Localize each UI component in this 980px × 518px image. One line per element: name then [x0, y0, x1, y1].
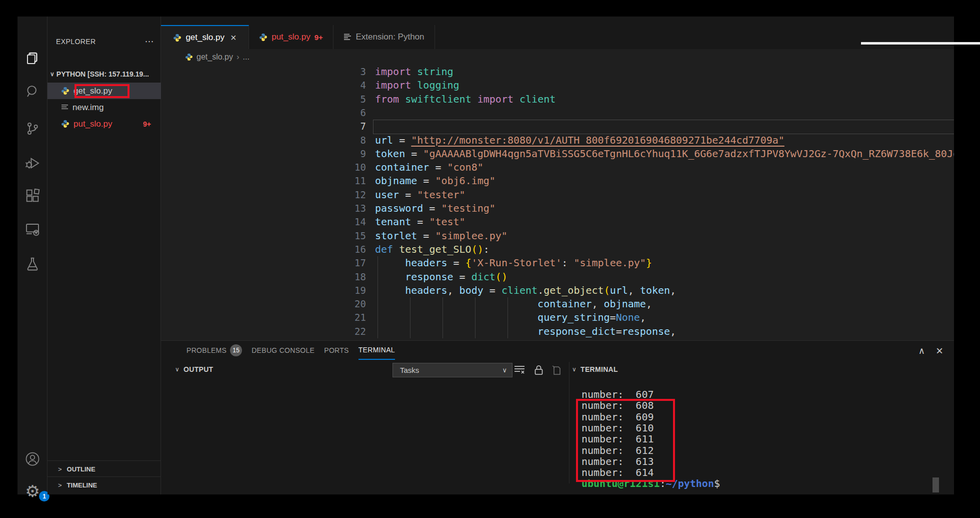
line-number: 3 [347, 65, 366, 79]
code-line-4: import logging [375, 79, 460, 92]
code-line-11: objname = "obj6.img" [375, 174, 496, 188]
line-number: 5 [347, 93, 366, 106]
line-number: 18 [347, 270, 366, 284]
indent-guide [475, 297, 476, 338]
explorer-sidebar: EXPLORER ⋯ ∨ PYTHON [SSH: 157.119.19... … [48, 17, 161, 494]
activity-extensions-icon[interactable] [18, 186, 48, 206]
gear-glyph: ⚙ [25, 483, 40, 499]
line-number: 10 [347, 161, 366, 174]
tab-extension-python[interactable]: Extension: Python [334, 25, 435, 49]
tab-put_slo-py[interactable]: put_slo.py9+ [249, 25, 334, 49]
close-tab-icon[interactable]: × [230, 32, 236, 44]
code-line-15: storlet = "simplee.py" [375, 229, 508, 243]
tab-get_slo-py[interactable]: get_slo.py× [161, 25, 249, 49]
lock-output-icon[interactable] [534, 365, 544, 377]
line-number: 13 [347, 202, 366, 215]
sidebar-section-timeline[interactable]: > TIMELINE [48, 476, 161, 493]
outline-label: OUTLINE [67, 465, 96, 473]
panel-tab-ports[interactable]: PORTS [324, 341, 348, 360]
panel-tab-bar: PROBLEMS15DEBUG CONSOLEPORTSTERMINAL [186, 341, 395, 360]
panel-tab-problems[interactable]: PROBLEMS15 [186, 341, 242, 360]
activity-testing-icon[interactable] [18, 254, 48, 274]
activity-remote-explorer-icon[interactable] [18, 219, 48, 239]
more-actions-icon[interactable]: ⋯ [145, 36, 154, 47]
file-lines-icon [61, 104, 68, 111]
terminal-output-line: number: 607 [582, 389, 654, 400]
panel-tab-debug-console[interactable]: DEBUG CONSOLE [252, 341, 314, 360]
file-row-new-img[interactable]: new.img [48, 99, 161, 116]
code-editor[interactable]: 3import string4import logging5from swift… [161, 65, 954, 340]
terminal-output-line: number: 613 [582, 456, 654, 467]
panel-tab-label: DEBUG CONSOLE [252, 346, 314, 354]
white-strip-decoration [861, 42, 980, 45]
editor-tab-bar: get_slo.py×put_slo.py9+Extension: Python… [161, 17, 954, 49]
output-channel-select[interactable]: Tasks ∨ [392, 363, 512, 377]
chevron-down-icon: ∨ [50, 71, 54, 78]
problems-count-badge: 9+ [143, 120, 151, 128]
settings-gear-icon[interactable]: ⚙ 1 [18, 481, 48, 501]
line-number: 8 [347, 134, 366, 147]
panel-splitter[interactable] [569, 362, 570, 483]
line-number: 6 [347, 106, 366, 120]
code-line-22: response_dict=response, [375, 325, 676, 338]
maximize-panel-icon[interactable]: ∧ [918, 345, 925, 356]
line-number: 14 [347, 215, 366, 229]
breadcrumb-file[interactable]: get_slo.py [196, 53, 233, 62]
output-section-header[interactable]: ∨ OUTPUT [175, 362, 213, 377]
line-number: 19 [347, 284, 366, 297]
terminal-section-header[interactable]: ∨ TERMINAL [572, 362, 618, 377]
folder-section-header[interactable]: ∨ PYTHON [SSH: 157.119.19... [48, 68, 161, 81]
line-number: 4 [347, 79, 366, 92]
activity-explorer-icon[interactable] [18, 49, 48, 69]
code-line-20: container, objname, [375, 297, 652, 311]
activity-source-control-icon[interactable] [18, 119, 48, 139]
clear-output-icon[interactable] [514, 365, 525, 376]
terminal-scrollbar-thumb[interactable] [932, 477, 939, 492]
code-line-8: url = "http://monster:8080/v1/AUTH_800f6… [375, 134, 784, 147]
activity-run-debug-icon[interactable] [18, 153, 48, 173]
activity-search-icon[interactable] [18, 82, 48, 102]
panel-actions: ∧ × [918, 344, 943, 358]
close-panel-icon[interactable]: × [936, 344, 943, 358]
code-line-5: from swiftclient import client [375, 93, 556, 106]
code-line-18: response = dict() [375, 270, 508, 284]
code-line-10: container = "con8" [375, 161, 484, 174]
output-header-label: OUTPUT [184, 365, 213, 373]
terminal-prompt: ubuntu@r121s1:~/python$ [582, 478, 720, 489]
line-number: 16 [347, 243, 366, 256]
explorer-title: EXPLORER [56, 38, 96, 46]
file-name: get_slo.py [74, 86, 112, 96]
tab-label: Extension: Python [356, 32, 424, 42]
code-line-19: headers, body = client.get_object(url, t… [375, 284, 676, 297]
line-number: 15 [347, 229, 366, 243]
terminal-output-line: number: 610 [582, 422, 654, 433]
chevron-down-icon: ∨ [502, 366, 507, 374]
tab-label: get_slo.py [186, 33, 224, 43]
chevron-right-icon: > [58, 481, 62, 489]
sidebar-section-outline[interactable]: > OUTLINE [48, 460, 161, 477]
line-number: 11 [347, 174, 366, 188]
panel-tab-terminal[interactable]: TERMINAL [358, 341, 395, 360]
account-icon[interactable] [18, 449, 48, 469]
panel-tab-label: TERMINAL [358, 346, 395, 354]
breadcrumb-more[interactable]: ... [243, 53, 250, 62]
terminal-output-line: number: 609 [582, 411, 654, 422]
python-file-icon [61, 120, 70, 128]
code-line-17: headers = {'X-Run-Storlet': "simplee.py"… [375, 256, 652, 270]
line-number: 12 [347, 188, 366, 202]
line-number: 21 [347, 311, 366, 324]
terminal-output-line: number: 612 [582, 445, 654, 456]
indent-guide [442, 297, 443, 338]
indent-guide [378, 256, 378, 297]
tab-problems-badge: 9+ [314, 33, 323, 42]
activity-bar: ⚙ 1 [18, 17, 48, 494]
file-name: new.img [72, 103, 104, 113]
chevron-right-icon: > [58, 465, 62, 473]
open-output-in-editor-icon[interactable] [551, 365, 561, 377]
file-row-get_slo-py[interactable]: get_slo.py [48, 83, 161, 99]
breadcrumbs: get_slo.py › ... [161, 49, 954, 65]
extension-details-icon [344, 33, 352, 41]
file-row-put_slo-py[interactable]: put_slo.py9+ [48, 116, 161, 132]
code-line-9: token = "gAAAAABlgDWH4qgn5aTVBiSSG5C6eTg… [375, 147, 954, 161]
output-channel-value: Tasks [400, 366, 419, 374]
